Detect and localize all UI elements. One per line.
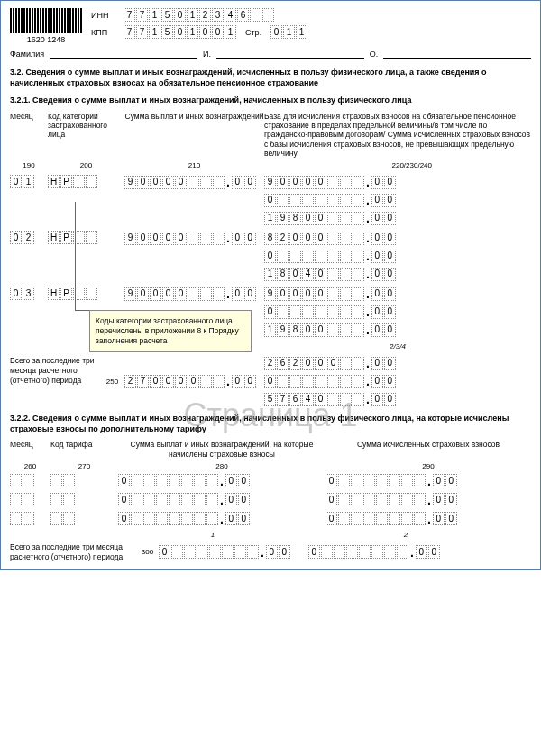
cell[interactable]: 0 <box>244 232 256 245</box>
cell[interactable]: 0 <box>371 194 383 207</box>
cell[interactable]: 0 <box>277 287 289 301</box>
cell[interactable]: 0 <box>238 512 250 525</box>
tbase-dec[interactable]: 00 <box>371 357 396 370</box>
cell[interactable] <box>213 232 225 245</box>
cell[interactable]: 0 <box>371 268 383 281</box>
cell[interactable]: 0 <box>162 287 174 301</box>
cell[interactable]: 0 <box>371 232 383 245</box>
amt322[interactable]: 0 <box>118 474 218 487</box>
cell[interactable] <box>315 305 326 319</box>
code322[interactable] <box>50 512 118 525</box>
sum322[interactable]: 0 <box>326 493 426 506</box>
cell[interactable]: 5 <box>161 8 173 22</box>
cell[interactable]: 0 <box>10 231 22 244</box>
cell[interactable] <box>340 323 352 337</box>
cell[interactable]: 0 <box>238 474 250 487</box>
cell[interactable] <box>389 493 400 506</box>
cell[interactable]: 0 <box>302 357 314 370</box>
cell[interactable]: 9 <box>264 287 276 301</box>
cell[interactable] <box>401 512 413 525</box>
t322-sum-dec[interactable]: 00 <box>416 545 440 559</box>
cell[interactable] <box>384 545 396 559</box>
cell[interactable] <box>200 176 212 189</box>
cell[interactable]: 0 <box>188 375 199 388</box>
cell[interactable]: 0 <box>416 545 427 559</box>
cell[interactable] <box>171 545 183 559</box>
cell[interactable]: 0 <box>433 474 445 487</box>
cell[interactable]: 0 <box>302 232 314 245</box>
cell[interactable]: 2 <box>23 231 34 244</box>
base-cells[interactable]: 18040 <box>264 268 364 281</box>
cell[interactable]: 9 <box>124 232 136 245</box>
cell[interactable]: 0 <box>150 176 161 189</box>
cell[interactable]: 0 <box>384 375 396 388</box>
cell[interactable]: 3 <box>23 287 34 300</box>
amtdec322[interactable]: 00 <box>225 474 250 487</box>
cell[interactable] <box>289 375 301 388</box>
cell[interactable]: 0 <box>175 232 187 245</box>
cell[interactable] <box>340 305 352 319</box>
cell[interactable]: 1 <box>225 25 236 39</box>
tbase-cells[interactable]: 0 <box>264 375 364 388</box>
cell[interactable]: 0 <box>384 176 396 189</box>
cell[interactable]: 5 <box>161 25 173 39</box>
code-cells[interactable]: НР <box>48 175 124 188</box>
cell[interactable] <box>401 474 413 487</box>
cell[interactable] <box>327 232 339 245</box>
base-cells[interactable]: 90000 <box>264 287 364 301</box>
cell[interactable] <box>206 512 218 525</box>
cell[interactable]: 0 <box>371 250 383 263</box>
cell[interactable] <box>346 545 358 559</box>
cell[interactable]: 0 <box>371 357 383 370</box>
cell[interactable] <box>327 268 339 281</box>
cell[interactable]: 0 <box>150 287 161 301</box>
cell[interactable]: 0 <box>264 375 276 388</box>
cell[interactable] <box>327 323 339 337</box>
cell[interactable] <box>143 493 155 506</box>
cell[interactable]: 0 <box>326 493 337 506</box>
base-dec[interactable]: 00 <box>371 250 396 263</box>
cell[interactable]: 0 <box>315 176 326 189</box>
t322-sum[interactable]: 0 <box>308 545 408 559</box>
base-dec[interactable]: 00 <box>371 194 396 207</box>
cell[interactable] <box>50 474 62 487</box>
cell[interactable]: 0 <box>445 512 457 525</box>
base-cells[interactable]: 0 <box>264 305 364 319</box>
cell[interactable] <box>353 357 364 370</box>
cell[interactable] <box>184 545 196 559</box>
cell[interactable] <box>327 393 339 406</box>
cell[interactable] <box>353 250 364 263</box>
cell[interactable]: 9 <box>124 287 136 301</box>
amtdec322[interactable]: 00 <box>225 512 250 525</box>
cell[interactable]: 0 <box>371 212 383 225</box>
cell[interactable] <box>181 493 193 506</box>
cell[interactable]: 0 <box>277 176 289 189</box>
cell[interactable]: 1 <box>264 268 276 281</box>
cell[interactable] <box>23 474 34 487</box>
cell[interactable]: 0 <box>266 545 278 559</box>
cell[interactable] <box>234 545 246 559</box>
cell[interactable] <box>351 474 362 487</box>
base-dec[interactable]: 00 <box>371 323 396 337</box>
cell[interactable]: 0 <box>326 512 337 525</box>
cell[interactable]: 0 <box>302 287 314 301</box>
cell[interactable]: 0 <box>232 287 243 301</box>
mes322[interactable] <box>10 493 50 506</box>
cell[interactable]: 0 <box>244 287 256 301</box>
cell[interactable]: 1 <box>187 8 198 22</box>
code322[interactable] <box>50 474 118 487</box>
cell[interactable] <box>414 493 426 506</box>
cell[interactable] <box>340 176 352 189</box>
cell[interactable] <box>131 512 142 525</box>
cell[interactable]: 9 <box>277 212 289 225</box>
cell[interactable] <box>169 474 180 487</box>
cell[interactable]: 0 <box>199 25 211 39</box>
cell[interactable]: 0 <box>162 232 174 245</box>
cell[interactable]: 1 <box>264 323 276 337</box>
cell[interactable]: 0 <box>264 305 276 319</box>
cell[interactable]: 0 <box>244 176 256 189</box>
cell[interactable]: 0 <box>371 176 383 189</box>
cell[interactable]: 1 <box>149 25 160 39</box>
cell[interactable]: 0 <box>10 287 22 300</box>
cell[interactable]: 1 <box>283 25 295 39</box>
